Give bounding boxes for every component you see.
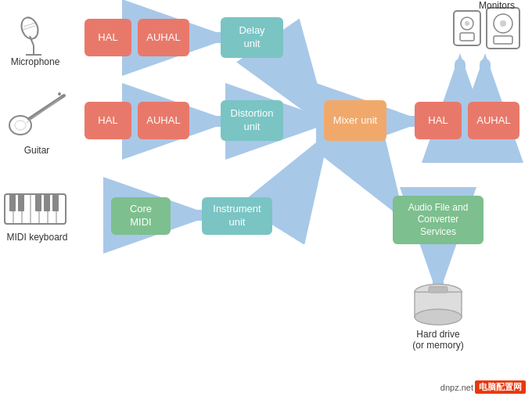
out-hal-box: HAL [415,102,462,139]
microphone-label: Microphone [0,56,70,67]
diagram: Microphone Guitar [0,0,532,400]
svg-line-24 [27,99,59,123]
svg-line-15 [30,36,34,45]
delay-unit-box: Delay unit [221,17,283,58]
svg-line-23 [28,98,61,121]
svg-point-19 [15,121,26,130]
microphone-icon [6,6,61,61]
monitors-icon [452,6,523,52]
svg-rect-36 [52,194,59,211]
svg-point-43 [500,20,506,27]
guitar-hal-box: HAL [84,102,131,139]
midi-keyboard-icon [3,188,67,229]
instrument-unit-box: Instrument unit [202,197,272,235]
svg-rect-44 [494,36,512,44]
watermark-pre: dnpz.net [440,383,473,392]
guitar-label: Guitar [9,145,64,156]
watermark-brand: 电脑配置网 [475,380,526,394]
svg-point-47 [415,309,462,325]
mixer-unit-box: Mixer unit [324,100,386,141]
out-auhal-box: AUHAL [468,102,519,139]
svg-rect-48 [429,286,448,293]
core-midi-box: Core MIDI [111,197,171,235]
svg-rect-32 [9,194,16,211]
svg-point-21 [61,95,64,98]
svg-line-5 [278,141,324,215]
hard-drive-icon [407,280,469,327]
watermark: dnpz.net 电脑配置网 [440,380,526,394]
svg-point-39 [465,21,469,26]
mic-hal-box: HAL [84,19,131,56]
audio-file-box: Audio File and Converter Services [393,196,483,244]
hard-drive-label: Hard drive (or memory) [399,329,477,351]
svg-rect-33 [18,194,24,211]
svg-rect-35 [44,194,50,211]
monitors-label: Monitors [466,0,528,11]
midi-keyboard-label: MIDI keyboard [0,232,74,243]
guitar-auhal-box: AUHAL [138,102,189,139]
svg-rect-40 [460,33,474,41]
mic-auhal-box: AUHAL [138,19,189,56]
guitar-icon [3,88,70,141]
svg-point-22 [58,92,61,95]
svg-rect-34 [35,194,41,211]
distortion-unit-box: Distortion unit [221,100,283,141]
